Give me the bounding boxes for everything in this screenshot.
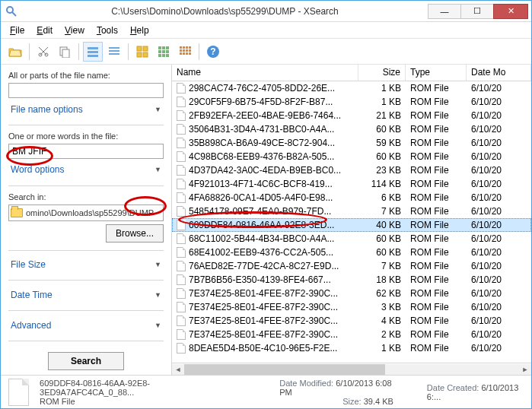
row-size: 1 KB xyxy=(358,83,406,94)
copy-button[interactable] xyxy=(55,42,75,62)
filename-label: All or parts of the file name: xyxy=(8,71,164,80)
row-name: 4D37DA42-3A0C-4EDA-B9EB-BC0... xyxy=(189,165,341,176)
table-row[interactable]: 29C0F5F9-6B75-4F5D-8F2F-B87...1 KBROM Fi… xyxy=(172,95,531,109)
minimize-button[interactable]: — xyxy=(428,4,461,19)
close-button[interactable]: ✕ xyxy=(493,4,528,19)
file-icon xyxy=(177,288,186,299)
file-name-options-expander[interactable]: File name options ▼ xyxy=(8,101,164,117)
table-row[interactable]: 7E374E25-8E01-4FEE-87F2-390C...4 KBROM F… xyxy=(172,314,531,328)
table-row[interactable]: 76AED82E-77DE-42CA-8C27-E9D...7 KBROM Fi… xyxy=(172,259,531,273)
scrollbar-thumb[interactable] xyxy=(184,364,385,375)
file-name-options-label: File name options xyxy=(11,104,83,115)
view-thumbs-button[interactable] xyxy=(132,42,152,62)
file-icon xyxy=(177,329,186,340)
table-row[interactable]: 8DEAE5D4-B50E-4C10-96E5-F2E...1 KBROM Fi… xyxy=(172,341,531,355)
table-row[interactable]: 68E41002-EEB9-4376-CC2A-505...60 KBROM F… xyxy=(172,246,531,259)
svg-rect-15 xyxy=(143,52,148,57)
window: C:\Users\Domino\Downloads\sp55299\DUMP -… xyxy=(0,0,532,409)
svg-point-0 xyxy=(7,7,13,13)
svg-rect-20 xyxy=(162,50,165,53)
menu-file[interactable]: File xyxy=(4,24,30,37)
search-panel: All or parts of the file name: File name… xyxy=(1,65,171,375)
view-grid-button[interactable] xyxy=(154,42,174,62)
svg-rect-12 xyxy=(137,46,142,51)
row-type: ROM File xyxy=(406,261,467,271)
table-row[interactable]: 7E374E25-8E01-4FEE-87F2-390C...3 KBROM F… xyxy=(172,300,531,314)
advanced-expander[interactable]: Advanced ▼ xyxy=(8,317,164,333)
scroll-right-arrow[interactable]: ► xyxy=(519,364,531,375)
svg-rect-24 xyxy=(166,54,169,57)
row-type: ROM File xyxy=(406,179,467,189)
browse-button[interactable]: Browse... xyxy=(106,224,164,243)
svg-rect-7 xyxy=(88,51,98,53)
table-row[interactable]: 298CAC74-76C2-4705-8DD2-26E...1 KBROM Fi… xyxy=(172,81,531,95)
table-row[interactable]: 7E374E25-8E01-4FEE-87F2-390C...62 KBROM … xyxy=(172,287,531,300)
table-row[interactable]: 54854178-09E7-4EA0-B979-7FD...7 KBROM Fi… xyxy=(172,204,531,218)
svg-rect-9 xyxy=(109,47,119,49)
view-smallgrid-button[interactable] xyxy=(175,42,195,62)
horizontal-scrollbar[interactable]: ◄ ► xyxy=(172,363,531,375)
table-row[interactable]: 4FA68826-0CA1-4D05-A4F0-E98...6 KBROM Fi… xyxy=(172,191,531,204)
row-size: 1 KB xyxy=(358,343,406,354)
table-row[interactable]: 2FB92EFA-2EE0-4BAE-9EB6-7464...21 KBROM … xyxy=(172,109,531,122)
menu-edit[interactable]: Edit xyxy=(30,24,59,37)
menu-bar: File Edit View Tools Help xyxy=(1,22,531,39)
row-type: ROM File xyxy=(406,343,467,354)
table-row[interactable]: 35B898CA-B6A9-49CE-8C72-904...59 KBROM F… xyxy=(172,136,531,150)
filename-input[interactable] xyxy=(8,83,164,98)
table-row[interactable]: 4D37DA42-3A0C-4EDA-B9EB-BC0...23 KBROM F… xyxy=(172,163,531,177)
col-date[interactable]: Date Mo xyxy=(467,65,531,81)
view-list-button[interactable] xyxy=(83,42,103,62)
search-button[interactable]: Search xyxy=(48,352,124,370)
word-options-expander[interactable]: Word options ▼ xyxy=(8,162,164,178)
row-name: 29C0F5F9-6B75-4F5D-8F2F-B87... xyxy=(189,97,333,107)
row-type: ROM File xyxy=(406,220,467,230)
svg-rect-18 xyxy=(166,46,169,49)
chevron-down-icon: ▼ xyxy=(155,261,161,268)
open-folder-button[interactable] xyxy=(5,42,25,62)
row-date: 6/10/20 xyxy=(467,138,531,148)
scroll-left-arrow[interactable]: ◄ xyxy=(172,364,184,375)
maximize-button[interactable]: ☐ xyxy=(460,4,494,19)
col-size[interactable]: Size xyxy=(358,65,406,81)
row-date: 6/10/20 xyxy=(467,151,531,162)
file-size-expander[interactable]: File Size ▼ xyxy=(8,256,164,272)
table-row[interactable]: 35064B31-3D4A-4731-BBC0-A4A...60 KBROM F… xyxy=(172,122,531,136)
row-date: 6/10/20 xyxy=(467,288,531,299)
menu-tools[interactable]: Tools xyxy=(91,24,124,37)
menu-help[interactable]: Help xyxy=(124,24,155,37)
column-headers: Name Size Type Date Mo xyxy=(172,65,531,81)
words-input[interactable] xyxy=(8,144,164,159)
menu-view[interactable]: View xyxy=(59,24,91,37)
row-date: 6/10/20 xyxy=(467,165,531,176)
row-date: 6/10/20 xyxy=(467,124,531,135)
view-details-button[interactable] xyxy=(104,42,124,62)
table-row[interactable]: 68C11002-5B44-4B34-BBC0-A4A...60 KBROM F… xyxy=(172,232,531,246)
svg-rect-30 xyxy=(183,49,185,52)
row-name: 7E374E25-8E01-4FEE-87F2-390C... xyxy=(189,288,338,299)
table-row[interactable]: 4C98BC68-EEB9-4376-B82A-505...60 KBROM F… xyxy=(172,150,531,163)
file-icon xyxy=(8,379,29,406)
word-options-label: Word options xyxy=(11,164,64,175)
help-button[interactable]: ? xyxy=(203,42,223,62)
search-path-box[interactable]: omino\Downloads\sp55299\DUMP xyxy=(8,204,164,221)
cut-button[interactable] xyxy=(33,42,53,62)
file-icon xyxy=(177,138,186,148)
svg-rect-17 xyxy=(162,46,165,49)
row-type: ROM File xyxy=(406,206,467,217)
svg-rect-35 xyxy=(186,52,188,55)
date-time-expander[interactable]: Date Time ▼ xyxy=(8,287,164,303)
app-icon xyxy=(1,5,22,17)
file-icon xyxy=(177,83,186,94)
table-row[interactable]: 4F921013-4F71-4C6C-BCF8-419...114 KBROM … xyxy=(172,177,531,191)
status-filename: 609DDF84-0816-46AA-92E8-3ED9A7AFC4CA_0_8… xyxy=(40,379,223,397)
table-row[interactable]: 7B7B6B56-E350-4139-8FE4-667...18 KBROM F… xyxy=(172,273,531,287)
row-size: 7 KB xyxy=(358,261,406,271)
table-row[interactable]: 609DDF84-0816-46AA-92E8-3ED...40 KBROM F… xyxy=(172,218,531,232)
row-type: ROM File xyxy=(406,233,467,244)
col-name[interactable]: Name xyxy=(172,65,358,81)
date-time-label: Date Time xyxy=(11,290,53,300)
col-type[interactable]: Type xyxy=(406,65,467,81)
table-row[interactable]: 7E374E25-8E01-4FEE-87F2-390C...2 KBROM F… xyxy=(172,328,531,341)
row-name: 4C98BC68-EEB9-4376-B82A-505... xyxy=(189,151,334,162)
